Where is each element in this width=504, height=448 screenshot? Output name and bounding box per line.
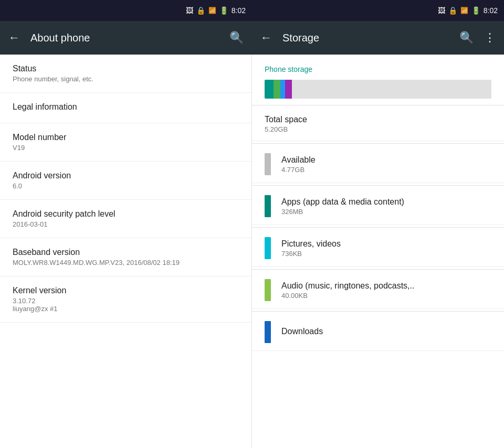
pictures-size: 736KB bbox=[281, 250, 491, 258]
android-version-item[interactable]: Android version 6.0 bbox=[0, 162, 251, 200]
battery-icon-right: 🔋 bbox=[471, 6, 480, 15]
pictures-info: Pictures, videos 736KB bbox=[281, 239, 491, 258]
about-search-button[interactable]: 🔍 bbox=[229, 31, 244, 45]
status-bar: 🖼 🔒 📶 🔋 8:02 🖼 🔒 📶 🔋 8:02 bbox=[0, 0, 504, 21]
bar-pictures bbox=[280, 80, 285, 99]
signal-icon-left: 📶 bbox=[208, 7, 216, 14]
baseband-version-value: MOLY.WR8.W1449.MD.WG.MP.V23, 2016/08/02 … bbox=[13, 259, 239, 266]
pictures-row[interactable]: Pictures, videos 736KB bbox=[252, 230, 504, 267]
available-label: Available bbox=[281, 155, 491, 165]
storage-bar bbox=[265, 80, 491, 99]
storage-more-button[interactable]: ⋮ bbox=[484, 31, 496, 45]
apps-info: Apps (app data & media content) 326MB bbox=[281, 197, 491, 216]
audio-row[interactable]: Audio (music, ringtones, podcasts,.. 40.… bbox=[252, 272, 504, 309]
status-bar-right: 🖼 🔒 📶 🔋 8:02 bbox=[252, 6, 504, 15]
lock-icon-left: 🔒 bbox=[196, 6, 205, 15]
baseband-version-item[interactable]: Baseband version MOLY.WR8.W1449.MD.WG.MP… bbox=[0, 238, 251, 276]
storage-panel: Phone storage Total space 5.20GB Availab… bbox=[252, 55, 504, 448]
android-version-value: 6.0 bbox=[13, 182, 239, 190]
about-phone-panel: Status Phone number, signal, etc. Legal … bbox=[0, 55, 252, 448]
downloads-label: Downloads bbox=[281, 327, 491, 336]
status-subtitle: Phone number, signal, etc. bbox=[13, 75, 239, 83]
battery-icon-left: 🔋 bbox=[219, 6, 228, 15]
android-version-title: Android version bbox=[13, 171, 239, 180]
storage-divider-5 bbox=[252, 311, 504, 312]
image-icon-left: 🖼 bbox=[186, 6, 193, 15]
available-size: 4.77GB bbox=[281, 166, 491, 174]
audio-size: 40.00KB bbox=[281, 292, 491, 300]
apps-size: 326MB bbox=[281, 208, 491, 216]
downloads-row[interactable]: Downloads bbox=[252, 314, 504, 351]
time-right: 8:02 bbox=[484, 6, 498, 15]
storage-back-button[interactable]: ← bbox=[260, 31, 272, 45]
pictures-label: Pictures, videos bbox=[281, 239, 491, 249]
storage-divider-3 bbox=[252, 227, 504, 228]
about-phone-toolbar: ← About phone 🔍 bbox=[0, 21, 252, 55]
bar-audio bbox=[274, 80, 280, 99]
baseband-version-title: Baseband version bbox=[13, 248, 239, 257]
status-item[interactable]: Status Phone number, signal, etc. bbox=[0, 55, 251, 93]
storage-divider-4 bbox=[252, 269, 504, 270]
storage-search-button[interactable]: 🔍 bbox=[459, 31, 474, 45]
model-number-item[interactable]: Model number V19 bbox=[0, 123, 251, 162]
available-color-swatch bbox=[265, 153, 271, 175]
bar-apps bbox=[265, 80, 274, 99]
storage-title: Storage bbox=[282, 32, 449, 44]
bar-other bbox=[285, 80, 292, 99]
security-patch-title: Android security patch level bbox=[13, 209, 239, 219]
kernel-version-item[interactable]: Kernel version 3.10.72 liuyang@zx #1 bbox=[0, 276, 251, 323]
about-back-button[interactable]: ← bbox=[8, 31, 20, 45]
model-number-title: Model number bbox=[13, 133, 239, 142]
phone-storage-title: Phone storage bbox=[252, 55, 504, 80]
status-bar-left: 🖼 🔒 📶 🔋 8:02 bbox=[0, 6, 252, 15]
model-number-value: V19 bbox=[13, 144, 239, 152]
downloads-color-swatch bbox=[265, 321, 271, 343]
pictures-color-swatch bbox=[265, 237, 271, 259]
audio-color-swatch bbox=[265, 279, 271, 301]
total-space-value: 5.20GB bbox=[265, 125, 491, 133]
kernel-version-value: 3.10.72 liuyang@zx #1 bbox=[13, 297, 239, 313]
apps-label: Apps (app data & media content) bbox=[281, 197, 491, 207]
downloads-info: Downloads bbox=[281, 327, 491, 337]
status-title: Status bbox=[13, 64, 239, 73]
storage-divider-2 bbox=[252, 185, 504, 186]
storage-divider-1 bbox=[252, 143, 504, 144]
audio-label: Audio (music, ringtones, podcasts,.. bbox=[281, 281, 491, 291]
audio-info: Audio (music, ringtones, podcasts,.. 40.… bbox=[281, 281, 491, 300]
storage-toolbar: ← Storage 🔍 ⋮ bbox=[252, 21, 504, 55]
image-icon-right: 🖼 bbox=[438, 6, 445, 15]
legal-information-item[interactable]: Legal information bbox=[0, 93, 251, 123]
security-patch-value: 2016-03-01 bbox=[13, 220, 239, 228]
available-info: Available 4.77GB bbox=[281, 155, 491, 174]
signal-icon-right: 📶 bbox=[460, 7, 468, 14]
apps-row[interactable]: Apps (app data & media content) 326MB bbox=[252, 188, 504, 225]
security-patch-item[interactable]: Android security patch level 2016-03-01 bbox=[0, 200, 251, 238]
storage-divider-top bbox=[252, 105, 504, 105]
lock-icon-right: 🔒 bbox=[448, 6, 457, 15]
about-phone-title: About phone bbox=[30, 32, 219, 44]
legal-information-title: Legal information bbox=[13, 102, 239, 112]
toolbar: ← About phone 🔍 ← Storage 🔍 ⋮ bbox=[0, 21, 504, 55]
time-left: 8:02 bbox=[232, 6, 246, 15]
content-area: Status Phone number, signal, etc. Legal … bbox=[0, 55, 504, 448]
total-space-row: Total space 5.20GB bbox=[252, 108, 504, 141]
kernel-version-title: Kernel version bbox=[13, 286, 239, 295]
total-space-label: Total space bbox=[265, 115, 491, 124]
apps-color-swatch bbox=[265, 195, 271, 217]
available-row[interactable]: Available 4.77GB bbox=[252, 146, 504, 183]
